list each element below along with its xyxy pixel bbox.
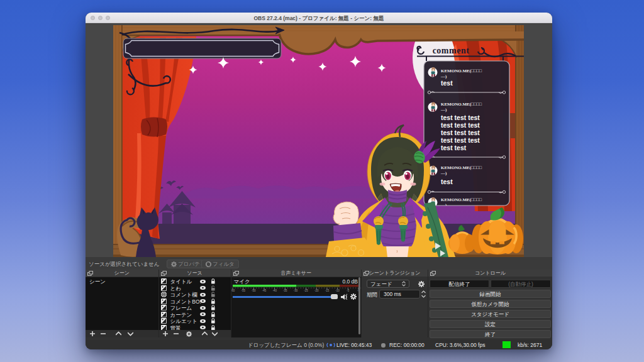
- svg-text:-45: -45: [262, 289, 266, 292]
- svg-text:test test test: test test test: [441, 136, 480, 144]
- svg-text:—): —): [440, 171, 447, 176]
- svg-text:-25: -25: [304, 289, 308, 292]
- svg-text:-60: -60: [231, 289, 235, 292]
- svg-text:—): —): [440, 74, 447, 79]
- svg-text:-5: -5: [347, 289, 349, 292]
- svg-text:-35: -35: [283, 289, 287, 292]
- svg-text:test test: test test: [441, 144, 467, 151]
- svg-text:-50: -50: [252, 289, 256, 292]
- svg-text:test test test: test test test: [441, 129, 480, 136]
- svg-text:-10: -10: [335, 289, 340, 292]
- svg-text:-15: -15: [325, 289, 329, 292]
- svg-text:-20: -20: [314, 289, 319, 292]
- svg-text:-30: -30: [293, 289, 297, 292]
- svg-text:KEMONO.ME(□□□□: KEMONO.ME(□□□□: [441, 102, 482, 107]
- svg-text:KEMONO.ME(□□□□: KEMONO.ME(□□□□: [441, 165, 482, 170]
- svg-text:-55: -55: [241, 289, 245, 292]
- svg-text:test test test: test test test: [441, 114, 480, 121]
- svg-text:KEMONO.ME(□□□□: KEMONO.ME(□□□□: [441, 197, 482, 202]
- svg-text:KEMONO.ME(□□□□: KEMONO.ME(□□□□: [441, 69, 482, 74]
- svg-text:test test test: test test test: [441, 121, 480, 129]
- svg-text:test: test: [441, 79, 453, 87]
- svg-text:test: test: [441, 178, 453, 185]
- svg-text:-40: -40: [272, 289, 277, 292]
- svg-text:—): —): [440, 107, 447, 112]
- svg-text:comment: comment: [433, 46, 470, 55]
